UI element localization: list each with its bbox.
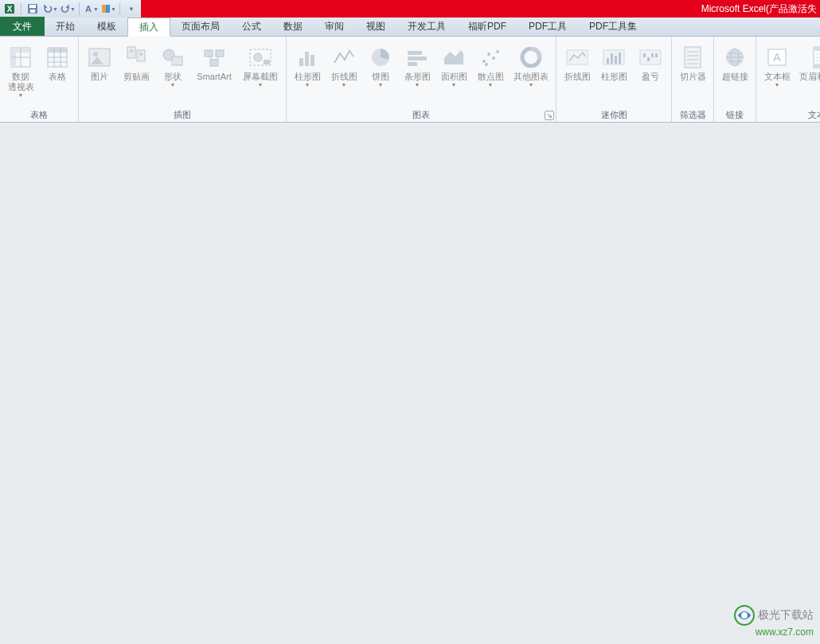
tab-review[interactable]: 审阅	[314, 17, 355, 36]
svg-point-46	[485, 63, 488, 66]
pie-chart-button[interactable]: 饼图 ▼	[365, 43, 396, 88]
group-tables: 数据 透视表 ▼ 表格 表格	[0, 37, 79, 122]
column-chart-button[interactable]: 柱形图 ▼	[291, 43, 323, 88]
svg-rect-4	[30, 10, 35, 13]
customize-qat-icon[interactable]: ▼	[123, 1, 139, 17]
svg-rect-54	[640, 50, 661, 64]
svg-rect-37	[310, 55, 314, 66]
svg-rect-49	[603, 50, 624, 64]
svg-rect-57	[651, 53, 654, 57]
shapes-button[interactable]: 形状 ▼	[157, 43, 189, 88]
svg-point-44	[492, 57, 495, 60]
svg-rect-36	[305, 52, 309, 66]
svg-rect-59	[685, 47, 701, 68]
bar-chart-button[interactable]: 条形图 ▼	[401, 43, 433, 88]
tab-formulas[interactable]: 公式	[231, 17, 272, 36]
chevron-down-icon: ▼	[488, 82, 494, 88]
qat-separator	[79, 2, 80, 15]
other-charts-button[interactable]: 其他图表 ▼	[511, 43, 551, 88]
svg-rect-28	[216, 50, 224, 57]
chevron-down-icon: ▼	[342, 82, 347, 88]
tab-template[interactable]: 模板	[86, 17, 127, 36]
scatter-chart-button[interactable]: 散点图 ▼	[474, 43, 506, 88]
sparkline-winloss-button[interactable]: 盈亏	[635, 43, 666, 82]
tab-home[interactable]: 开始	[45, 17, 86, 36]
title-text-bar: Microsoft Excel(产品激活失	[141, 0, 820, 18]
hyperlink-button[interactable]: 超链接	[719, 43, 751, 82]
pivot-table-button[interactable]: 数据 透视表 ▼	[5, 43, 37, 99]
tab-pdftoolset[interactable]: PDF工具集	[578, 17, 648, 36]
textbox-button[interactable]: A 文本框 ▼	[761, 43, 793, 88]
slicer-button[interactable]: 切片器	[677, 43, 709, 82]
line-chart-button[interactable]: 折线图 ▼	[328, 43, 360, 88]
tab-view[interactable]: 视图	[355, 17, 396, 36]
watermark-url: www.xz7.com	[734, 626, 814, 638]
svg-text:A: A	[85, 4, 92, 14]
svg-text:X: X	[7, 5, 13, 14]
svg-rect-53	[619, 53, 621, 64]
chevron-down-icon: ▼	[775, 82, 780, 88]
area-chart-button[interactable]: 面积图 ▼	[438, 43, 470, 88]
chevron-down-icon: ▼	[451, 82, 457, 88]
svg-point-23	[130, 49, 133, 53]
svg-point-79	[741, 612, 748, 619]
quick-access-toolbar: X ▼ ▼ A ▼ ▼ ▼	[0, 0, 141, 18]
redo-icon[interactable]: ▼	[60, 1, 76, 17]
chevron-down-icon: ▼	[378, 82, 384, 88]
svg-line-31	[216, 57, 220, 60]
tab-pagelayout[interactable]: 页面布局	[170, 17, 231, 36]
svg-rect-34	[264, 60, 270, 64]
chevron-down-icon: ▼	[170, 82, 176, 88]
sparkline-line-button[interactable]: 折线图	[561, 43, 593, 82]
tab-developer[interactable]: 开发工具	[396, 17, 457, 36]
dialog-launcher-icon[interactable]: ↘	[545, 111, 554, 120]
header-footer-button[interactable]: 页眉和页脚	[798, 43, 820, 82]
group-label: 插图	[84, 107, 281, 122]
group-label: 筛选器	[677, 107, 709, 122]
workspace	[0, 123, 820, 644]
group-links: 超链接 链接	[714, 37, 756, 122]
tab-insert[interactable]: 插入	[127, 18, 170, 37]
svg-rect-6	[102, 5, 106, 13]
tab-data[interactable]: 数据	[272, 17, 314, 36]
group-text: A 文本框 ▼ 页眉和页脚 A 艺术 ▼ 文本	[756, 37, 820, 122]
tab-file[interactable]: 文件	[0, 17, 45, 36]
group-label: 迷你图	[561, 107, 666, 122]
svg-rect-29	[210, 60, 218, 66]
find-icon[interactable]: A ▼	[83, 1, 99, 17]
svg-rect-50	[607, 58, 609, 64]
undo-icon[interactable]: ▼	[42, 1, 58, 17]
chevron-down-icon: ▼	[529, 82, 534, 88]
group-charts: 柱形图 ▼ 折线图 ▼ 饼图 ▼ 条形图 ▼ 面积图 ▼	[287, 37, 556, 122]
chevron-down-icon: ▼	[415, 82, 420, 88]
excel-icon[interactable]: X	[2, 1, 18, 17]
group-sparklines: 折线图 柱形图 盈亏 迷你图	[556, 37, 672, 122]
svg-rect-56	[647, 57, 650, 61]
svg-point-33	[254, 53, 262, 61]
watermark: 极光下载站 www.xz7.com	[734, 605, 814, 638]
svg-rect-7	[106, 5, 110, 13]
svg-rect-52	[615, 56, 617, 64]
svg-rect-58	[655, 53, 658, 57]
svg-rect-26	[172, 57, 182, 65]
save-icon[interactable]	[25, 1, 41, 17]
svg-point-45	[496, 50, 499, 53]
smartart-button[interactable]: SmartArt	[193, 43, 235, 82]
tab-pdftools[interactable]: PDF工具	[517, 17, 578, 36]
picture-button[interactable]: 图片	[84, 43, 115, 82]
table-button[interactable]: 表格	[41, 43, 73, 82]
svg-rect-40	[408, 57, 427, 60]
chevron-down-icon: ▼	[305, 82, 310, 88]
clipart-button[interactable]: 剪贴画	[120, 43, 152, 82]
group-label: 图表	[291, 107, 551, 122]
svg-point-24	[139, 53, 143, 56]
svg-point-43	[487, 53, 490, 56]
svg-line-30	[209, 57, 213, 60]
tab-foxitpdf[interactable]: 福昕PDF	[457, 17, 517, 36]
group-illustrations: 图片 剪贴画 形状 ▼ SmartArt 屏幕截图 ▼ 插图	[79, 37, 287, 122]
svg-rect-41	[408, 62, 417, 66]
screenshot-button[interactable]: 屏幕截图 ▼	[240, 43, 281, 88]
paste-options-icon[interactable]: ▼	[100, 1, 116, 17]
sparkline-column-button[interactable]: 柱形图	[598, 43, 630, 82]
svg-point-20	[93, 52, 98, 57]
